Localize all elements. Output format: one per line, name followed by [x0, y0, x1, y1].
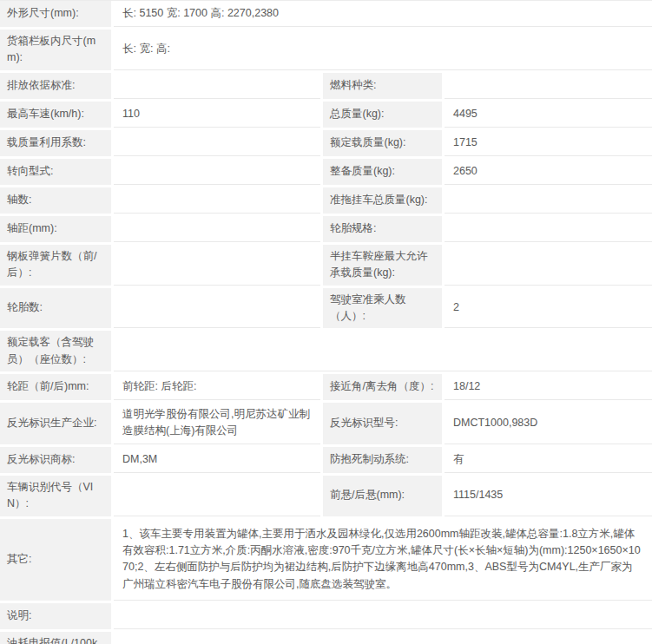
spec-row-wheelbase-tirespec: 轴距(mm): 轮胎规格: — [0, 216, 652, 242]
field-label: 燃料种类: — [323, 73, 442, 99]
spec-row-rated-passengers: 额定载客（含驾驶员）（座位数）: — [0, 331, 652, 371]
field-label: 其它: — [0, 519, 111, 601]
field-value: DM,3M — [114, 447, 320, 473]
field-value — [114, 216, 320, 242]
spec-row-reflective-brand-abs: 反光标识商标: DM,3M 防抱死制动系统: 有 — [0, 447, 652, 473]
field-value: 4495 — [445, 102, 652, 128]
field-label: 反光标识型号: — [323, 403, 442, 444]
field-label: 接近角/离去角（度）: — [323, 374, 442, 400]
field-value — [114, 187, 320, 214]
spec-row-cargo-inner-size: 货箱栏板内尺寸(mm): 长: 宽: 高: — [0, 30, 652, 70]
field-label: 半挂车鞍座最大允许承载质量(kg): — [323, 245, 442, 286]
field-label: 额定载客（含驾驶员）（座位数）: — [0, 331, 111, 371]
field-label: 转向型式: — [0, 159, 111, 185]
spec-row-steering-curbmass: 转向型式: 整备质量(kg): 2650 — [0, 159, 652, 185]
field-value — [114, 632, 652, 644]
field-value: 2 — [445, 288, 652, 329]
field-label: 轴数: — [0, 187, 111, 214]
field-label: 轮胎规格: — [323, 216, 442, 242]
field-value — [114, 245, 320, 286]
vehicle-spec-table: 外形尺寸(mm): 长: 5150 宽: 1700 高: 2270,2380 货… — [0, 0, 652, 644]
field-value: 18/12 — [445, 374, 652, 400]
field-value — [445, 216, 652, 242]
spec-row-speed-totalmass: 最高车速(km/h): 110 总质量(kg): 4495 — [0, 102, 652, 128]
field-label: 最高车速(km/h): — [0, 102, 111, 128]
field-value: DMCT1000,983D — [445, 403, 652, 444]
field-value — [114, 73, 320, 99]
spec-row-other-notes: 其它: 1、该车主要专用装置为罐体,主要用于洒水及园林绿化,仅选用2600mm轴… — [0, 519, 652, 601]
field-label: 额定载质量(kg): — [323, 130, 442, 156]
spec-row-springs-saddleload: 钢板弹簧片数（前/后）: 半挂车鞍座最大允许承载质量(kg): — [0, 245, 652, 286]
spec-row-emission-fuel: 排放依据标准: 燃料种类: — [0, 73, 652, 99]
spec-row-remarks: 说明: — [0, 603, 652, 629]
field-label: 总质量(kg): — [323, 102, 442, 128]
field-value — [114, 288, 320, 329]
field-label: 钢板弹簧片数（前/后）: — [0, 245, 111, 286]
field-label: 排放依据标准: — [0, 73, 111, 99]
field-value — [445, 245, 652, 286]
field-label: 防抱死制动系统: — [323, 447, 442, 473]
field-label: 车辆识别代号（VIN）: — [0, 476, 111, 516]
spec-row-dimensions: 外形尺寸(mm): 长: 5150 宽: 1700 高: 2270,2380 — [0, 1, 652, 27]
field-label: 反光标识生产企业: — [0, 403, 111, 444]
field-value: 道明光学股份有限公司,明尼苏达矿业制造膜结构(上海)有限公司 — [114, 403, 320, 444]
spec-row-track-angles: 轮距（前/后)mm: 前轮距: 后轮距: 接近角/离去角（度）: 18/12 — [0, 374, 652, 400]
spec-row-reflective-maker-model: 反光标识生产企业: 道明光学股份有限公司,明尼苏达矿业制造膜结构(上海)有限公司… — [0, 403, 652, 444]
field-label: 前悬/后悬(mm): — [323, 476, 442, 516]
field-label: 货箱栏板内尺寸(mm): — [0, 30, 111, 70]
field-label: 轴距(mm): — [0, 216, 111, 242]
field-label: 说明: — [0, 603, 111, 629]
field-value: 1、该车主要专用装置为罐体,主要用于洒水及园林绿化,仅选用2600mm轴距改装,… — [114, 519, 652, 601]
field-value — [114, 130, 320, 156]
field-value: 2650 — [445, 159, 652, 185]
field-value — [445, 73, 652, 99]
spec-row-fuel-consumption: 油耗申报值(L/100km): — [0, 632, 652, 644]
field-label: 轮距（前/后)mm: — [0, 374, 111, 400]
field-value — [114, 331, 652, 371]
field-value: 有 — [445, 447, 652, 473]
spec-row-axles-trailermass: 轴数: 准拖挂车总质量(kg): — [0, 187, 652, 214]
spec-row-loadfactor-ratedload: 载质量利用系数: 额定载质量(kg): 1715 — [0, 130, 652, 156]
field-label: 轮胎数: — [0, 288, 111, 329]
field-value: 长: 5150 宽: 1700 高: 2270,2380 — [114, 1, 652, 27]
field-value: 1715 — [445, 130, 652, 156]
field-label: 油耗申报值(L/100km): — [0, 632, 111, 644]
field-label: 准拖挂车总质量(kg): — [323, 187, 442, 214]
field-value: 1115/1435 — [445, 476, 652, 516]
field-value — [445, 187, 652, 214]
field-value: 长: 宽: 高: — [114, 30, 652, 70]
field-label: 载质量利用系数: — [0, 130, 111, 156]
spec-row-vin-overhang: 车辆识别代号（VIN）: 前悬/后悬(mm): 1115/1435 — [0, 476, 652, 516]
field-value — [114, 159, 320, 185]
field-label: 驾驶室准乘人数（人）: — [323, 288, 442, 329]
field-label: 反光标识商标: — [0, 447, 111, 473]
field-value: 110 — [114, 102, 320, 128]
field-label: 整备质量(kg): — [323, 159, 442, 185]
spec-row-tirecount-cabseats: 轮胎数: 驾驶室准乘人数（人）: 2 — [0, 288, 652, 329]
field-value — [114, 603, 652, 629]
field-label: 外形尺寸(mm): — [0, 1, 111, 27]
field-value — [114, 476, 320, 516]
field-value: 前轮距: 后轮距: — [114, 374, 320, 400]
